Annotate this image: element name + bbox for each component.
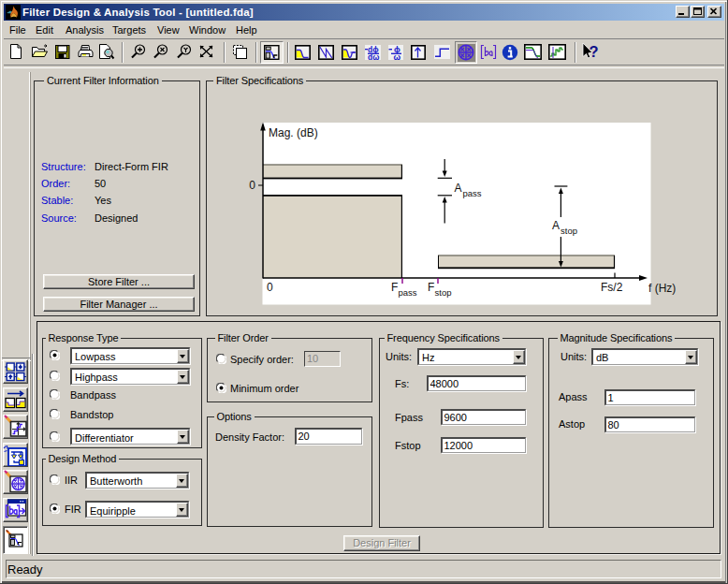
svg-text:A: A bbox=[455, 182, 462, 195]
svg-text:Fs/2: Fs/2 bbox=[601, 281, 623, 294]
svg-text:F: F bbox=[391, 281, 398, 294]
svg-text:?: ? bbox=[590, 43, 599, 60]
svg-text:F: F bbox=[428, 281, 434, 294]
svg-text:A: A bbox=[552, 219, 560, 232]
svg-text:0: 0 bbox=[267, 281, 273, 294]
svg-text:stop: stop bbox=[561, 226, 577, 236]
svg-text:Mag. (dB): Mag. (dB) bbox=[269, 126, 318, 139]
svg-text:pass: pass bbox=[399, 287, 417, 298]
svg-text:f (Hz): f (Hz) bbox=[648, 282, 676, 295]
svg-text:0: 0 bbox=[249, 179, 255, 192]
svg-text:stop: stop bbox=[435, 287, 452, 298]
svg-text:pass: pass bbox=[463, 188, 482, 198]
